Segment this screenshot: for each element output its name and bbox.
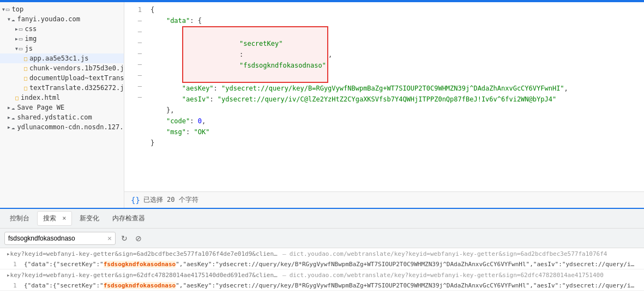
tab-search[interactable]: 搜索 ×	[37, 211, 72, 226]
sidebar-item-shared-ydstatic[interactable]: ▶ ☁ shared.ydstatic.com	[0, 112, 124, 122]
sidebar-item-fanyi[interactable]: ▼ ☁ fanyi.youdao.com	[0, 14, 124, 24]
sidebar-item-document-upload[interactable]: □ documentUpload~textTrans	[0, 73, 124, 83]
triangle-right-icon: ▶	[8, 105, 10, 110]
code-line-4: "aesKey" : "ydsecret://query/key/B=RGygV…	[151, 83, 640, 94]
code-line-6: },	[151, 105, 640, 116]
sidebar-item-top[interactable]: ▼ ▭ top	[0, 4, 124, 14]
code-line-9: }	[151, 137, 640, 148]
sidebar-item-save-page[interactable]: ▶ ☁ Save Page WE	[0, 103, 124, 112]
tab-memory[interactable]: 内存检查器	[107, 212, 151, 225]
code-content: 1 – – – – – – – – {	[124, 2, 644, 191]
app-container: ▼ ▭ top ▼ ☁ fanyi.youdao.com ▶ ▭ css ▶ ▭…	[0, 0, 644, 306]
file-icon: □	[24, 65, 27, 71]
file-icon: □	[15, 95, 19, 101]
cloud-icon: ☁	[11, 114, 15, 121]
selection-count: 已选择 20 个字符	[143, 195, 198, 205]
folder-icon: ▭	[19, 35, 23, 43]
sidebar-item-index-html[interactable]: □ index.html	[0, 93, 124, 103]
code-line-5: "aesIv" : "ydsecret://query/iv/C@lZe2YzH…	[151, 94, 640, 105]
triangle-right-icon: ▶	[8, 115, 10, 120]
tab-console[interactable]: 控制台	[4, 212, 35, 225]
triangle-down-icon: ▼	[15, 46, 18, 51]
sidebar: ▼ ▭ top ▼ ☁ fanyi.youdao.com ▶ ▭ css ▶ ▭…	[0, 2, 124, 208]
sidebar-item-ydlunacommon[interactable]: ▶ ☁ ydlunacommon-cdn.nosdn.127.	[0, 122, 124, 132]
tab-close[interactable]: ×	[62, 214, 66, 222]
sidebar-item-js[interactable]: ▼ ▭ js	[0, 44, 124, 53]
line-numbers: 1 – – – – – – – –	[124, 4, 146, 189]
results-panel: ▸key?keyid=webfanyi-key-getter&sign=6ad2…	[0, 248, 644, 306]
folder-icon: ▭	[19, 26, 23, 33]
triangle-right-icon: ▶	[15, 27, 18, 32]
file-icon: □	[24, 56, 27, 62]
triangle-down-icon: ▼	[8, 17, 10, 22]
code-line-3: "secretKey" : "fsdsogkndfokasodnaso" ,	[151, 26, 640, 83]
code-line-1: {	[151, 4, 640, 15]
code-line-8: "msg" : "OK"	[151, 127, 640, 137]
sidebar-item-img[interactable]: ▶ ▭ img	[0, 34, 124, 44]
folder-icon: ▭	[6, 6, 10, 13]
main-area: ▼ ▭ top ▼ ☁ fanyi.youdao.com ▶ ▭ css ▶ ▭…	[0, 2, 644, 208]
toolbar: 控制台 搜索 × 新变化 内存检查器	[0, 209, 644, 229]
sidebar-item-text-translate[interactable]: □ textTranslate.d3256272.js	[0, 83, 124, 93]
braces-icon: {}	[131, 196, 140, 205]
folder-icon: ▭	[19, 45, 23, 52]
result-line-1-1[interactable]: 1 {"data":{"secretKey":"fsdsogkndfokasod…	[0, 260, 644, 269]
secret-key-highlight: "secretKey" : "fsdsogkndfokasodnaso"	[182, 26, 328, 83]
code-line-2: "data" : {	[151, 15, 640, 26]
triangle-right-icon: ▶	[15, 37, 18, 41]
search-bar: ✕ ↻ ⊘	[0, 229, 644, 248]
clear-search-button[interactable]: ✕	[107, 234, 112, 242]
sidebar-item-css[interactable]: ▶ ▭ css	[0, 24, 124, 34]
search-input[interactable]	[8, 235, 106, 242]
cloud-icon: ☁	[11, 124, 15, 131]
sidebar-item-chunk-vendors[interactable]: □ chunk-vendors.1b75d3e0.js	[0, 63, 124, 73]
code-bottom-bar: {} 已选择 20 个字符	[124, 191, 644, 208]
cancel-button[interactable]: ⊘	[133, 233, 144, 244]
refresh-button[interactable]: ↻	[119, 233, 130, 244]
triangle-right-icon: ▶	[8, 125, 10, 130]
result-group-1: ▸key?keyid=webfanyi-key-getter&sign=6ad2…	[0, 248, 644, 269]
tab-changes[interactable]: 新变化	[74, 212, 105, 225]
sidebar-item-app-js[interactable]: □ app.aa5e53c1.js	[0, 53, 124, 63]
triangle-down-icon: ▼	[2, 7, 5, 12]
result-url-2[interactable]: ▸key?keyid=webfanyi-key-getter&sign=62df…	[0, 269, 644, 281]
result-line-2-1[interactable]: 1 {"data":{"secretKey":"fsdsogkndfokasod…	[0, 281, 644, 290]
file-icon: □	[24, 75, 27, 81]
search-input-wrap[interactable]: ✕	[4, 232, 116, 245]
file-icon: □	[24, 85, 27, 91]
code-line-7: "code" : 0 ,	[151, 116, 640, 127]
result-group-2: ▸key?keyid=webfanyi-key-getter&sign=62df…	[0, 269, 644, 291]
lower-section: 控制台 搜索 × 新变化 内存检查器 ✕ ↻ ⊘	[0, 208, 644, 306]
cloud-icon: ☁	[11, 16, 15, 23]
code-lines: { "data" : { "secretKey" :	[146, 4, 644, 189]
result-url-1[interactable]: ▸key?keyid=webfanyi-key-getter&sign=6ad2…	[0, 248, 644, 260]
cloud-icon: ☁	[11, 104, 15, 111]
code-panel: 1 – – – – – – – – {	[124, 2, 644, 208]
